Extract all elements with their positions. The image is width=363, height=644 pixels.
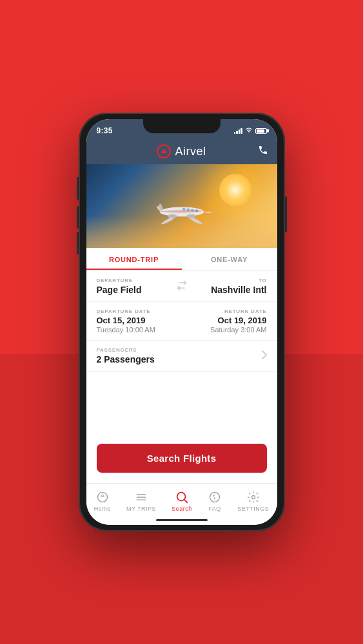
- dates-row: DEPARTURE DATE Oct 15, 2019 Tuesday 10:0…: [97, 308, 267, 334]
- search-flights-button[interactable]: Search Flights: [97, 444, 267, 473]
- app-name: Airvel: [175, 145, 206, 158]
- passengers-value: 2 Passengers: [97, 354, 262, 365]
- search-button-container: Search Flights: [86, 433, 277, 483]
- nav-faq[interactable]: FAQ: [208, 490, 222, 512]
- flight-route: DEPARTURE Page Field TO Nashville Intl: [97, 277, 267, 295]
- app-logo: Airvel: [157, 144, 206, 158]
- home-icon: [95, 490, 110, 504]
- home-indicator: [156, 519, 208, 521]
- swap-icon[interactable]: [173, 277, 191, 295]
- faq-icon: [208, 490, 222, 504]
- nav-settings[interactable]: SETTINGS: [237, 490, 269, 512]
- hero-sun: [219, 174, 251, 206]
- logo-circle: [157, 144, 171, 158]
- svg-rect-4: [188, 215, 195, 217]
- dates-section[interactable]: DEPARTURE DATE Oct 15, 2019 Tuesday 10:0…: [86, 302, 277, 341]
- search-icon: [175, 490, 189, 504]
- departure-date-value: Oct 15, 2019: [97, 316, 182, 325]
- svg-point-9: [97, 493, 107, 502]
- departure-city: Page Field: [97, 285, 173, 295]
- content-area: DEPARTURE Page Field TO Nashville Intl: [86, 270, 277, 483]
- hero-image: [86, 164, 277, 248]
- to-label: TO: [191, 278, 267, 283]
- wifi-icon: [245, 128, 253, 135]
- phone-shell: 9:35: [79, 113, 285, 531]
- svg-point-16: [214, 500, 215, 500]
- app-header: Airvel: [86, 138, 277, 164]
- chevron-right-icon: [262, 350, 267, 361]
- return-date-value: Oct 19, 2019: [182, 316, 267, 325]
- nav-search[interactable]: Search: [172, 490, 192, 512]
- arrival-info: TO Nashville Intl: [191, 278, 267, 295]
- signal-icon: [234, 128, 242, 134]
- nav-home-label: Home: [94, 506, 111, 512]
- departure-date-block: DEPARTURE DATE Oct 15, 2019 Tuesday 10:0…: [97, 308, 182, 334]
- tab-one-way[interactable]: ONE-WAY: [182, 248, 277, 270]
- phone-button[interactable]: [258, 145, 268, 158]
- trip-type-tabs: ROUND-TRIP ONE-WAY: [86, 248, 277, 270]
- departure-date-label: DEPARTURE DATE: [97, 308, 182, 314]
- nav-faq-label: FAQ: [208, 506, 221, 512]
- nav-settings-label: SETTINGS: [237, 506, 269, 512]
- return-date-block: RETURN DATE Oct 19, 2019 Saturday 3:00 A…: [182, 308, 267, 334]
- departure-day-time: Tuesday 10:00 AM: [97, 326, 182, 334]
- flight-route-section[interactable]: DEPARTURE Page Field TO Nashville Intl: [86, 270, 277, 302]
- passengers-row: PASSENGERS 2 Passengers: [97, 347, 267, 365]
- passengers-section[interactable]: PASSENGERS 2 Passengers: [86, 341, 277, 372]
- passengers-label: PASSENGERS: [97, 347, 262, 353]
- nav-my-trips[interactable]: MY TRIPS: [126, 490, 156, 512]
- passengers-info: PASSENGERS 2 Passengers: [97, 347, 262, 365]
- phone-screen: 9:35: [86, 119, 277, 525]
- settings-icon: [246, 490, 260, 504]
- departure-info: DEPARTURE Page Field: [97, 278, 173, 295]
- nav-search-label: Search: [172, 506, 192, 512]
- return-day-time: Saturday 3:00 AM: [182, 326, 267, 334]
- nav-home[interactable]: Home: [94, 490, 111, 512]
- tab-round-trip[interactable]: ROUND-TRIP: [86, 248, 182, 270]
- svg-point-17: [251, 496, 255, 499]
- logo-chevron-icon: [161, 149, 167, 153]
- status-icons: [234, 128, 267, 135]
- arrival-city: Nashville Intl: [191, 285, 267, 295]
- departure-label: DEPARTURE: [97, 278, 173, 283]
- svg-rect-2: [168, 215, 175, 217]
- hero-plane: [150, 197, 214, 229]
- return-date-label: RETURN DATE: [182, 308, 267, 314]
- my-trips-icon: [134, 490, 148, 504]
- status-time: 9:35: [97, 126, 113, 135]
- battery-icon: [255, 128, 267, 134]
- nav-my-trips-label: MY TRIPS: [126, 506, 156, 512]
- phone-notch: [143, 119, 221, 133]
